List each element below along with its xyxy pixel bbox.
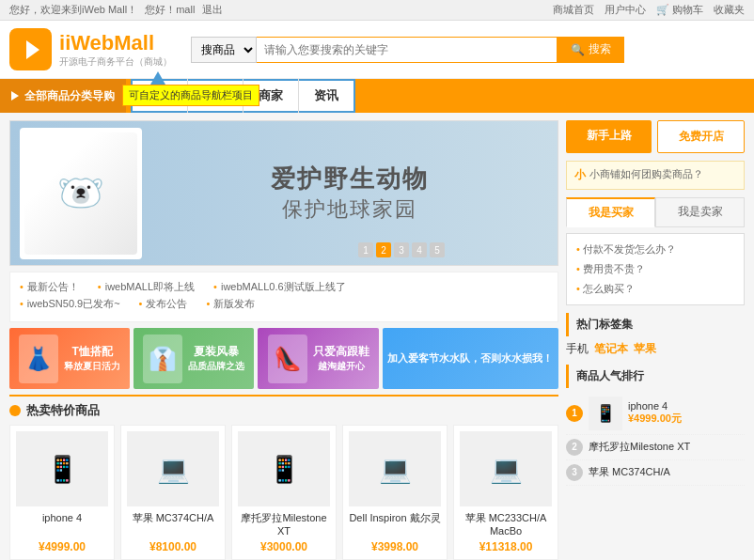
sidebar-buttons: 新手上路 免费开店 [566,120,745,153]
top-bar-left: 您好，欢迎来到iWeb Mall！ 您好！mall 退出 [9,3,223,17]
buyer-tab[interactable]: 我是买家 [566,197,655,227]
promo-2-sub: 品质品牌之选 [188,360,244,373]
favorites-link[interactable]: 收藏夹 [714,4,745,15]
product-price-2: ¥3000.00 [238,540,330,553]
product-price-0: ¥4999.00 [16,540,108,553]
product-img-0: 📱 [16,431,108,506]
annotation-label: 可自定义的商品导航栏项目 [122,85,259,106]
announce-4: iwebSN50.9已发布~ [20,297,120,311]
promo-3-title: 只爱高跟鞋 [313,344,369,360]
buyer-seller-tabs: 我是买家 我是卖家 [566,197,745,227]
nav-all-categories[interactable]: 全部商品分类导购 [0,79,126,113]
banner-pagination: 1 2 3 4 5 [358,242,445,257]
tag-phone[interactable]: 手机 [566,341,589,357]
product-name-0: iphone 4 [16,511,108,537]
promo-4-text: 加入爱客节水水队，否则水水损我！ [387,351,553,366]
promo-1[interactable]: 👗 T恤搭配 释放夏日活力 [9,328,130,389]
page-dot-2[interactable]: 2 [376,242,391,257]
search-btn-label: 搜索 [589,41,611,57]
product-name-3: Dell Inspiron 戴尔灵 [349,511,441,537]
tip-text: 小商铺如何团购卖商品？ [589,167,703,181]
tip-icon: 小 [574,167,586,183]
nav-link-news[interactable]: 资讯 [299,79,353,113]
pop-name-3: 苹果 MC374CH/A [589,465,745,479]
search-button[interactable]: 🔍 搜索 [558,37,624,63]
annotation-arrow-box: 可自定义的商品导航栏项目 [122,71,259,106]
product-name-1: 苹果 MC374CH/A [127,511,219,537]
header: iiWebMall 开源电子商务平台（商城） 搜商品 🔍 搜索 [0,21,754,79]
cart-label: 购物车 [672,4,703,15]
product-item-4[interactable]: 💻 苹果 MC233CH/A MacBo ¥11318.00 [453,425,558,560]
pop-item-1[interactable]: 1 📱 iphone 4 ¥4999.00元 [566,393,745,435]
announce-row-1: 最新公告！ iwebMALL即将上线 iwebMALL0.6测试版上线了 [20,280,548,294]
sidebar-tip: 小 小商铺如何团购卖商品？ [566,161,745,190]
main-content: 🐻‍❄️ 爱护野生动物 保护地球家园 1 2 3 4 5 最新公告！ iwebM… [0,113,754,560]
promo-3[interactable]: 👠 只爱高跟鞋 越淘越开心 [258,328,378,389]
banner-text: 爱护野生动物 保护地球家园 [142,152,558,234]
search-icon: 🔍 [571,43,585,56]
product-item-0[interactable]: 📱 iphone 4 ¥4999.00 [9,425,115,560]
buyer-link-2[interactable]: 怎么购买？ [576,279,734,299]
pop-info-3: 苹果 MC374CH/A [589,465,745,479]
product-price-4: ¥11318.00 [460,540,552,553]
pop-info-1: iphone 4 ¥4999.00元 [628,400,745,426]
buyer-link-0[interactable]: 付款不发货怎么办？ [576,240,734,259]
tag-laptop[interactable]: 笔记本 [594,341,628,357]
announce-row-2: iwebSN50.9已发布~ 发布公告 新版发布 [20,297,548,311]
cart-icon: 🛒 [656,4,669,15]
logo-text: iiWebMall 开源电子商务平台（商城） [59,31,172,69]
promo-3-sub: 越淘越开心 [313,360,369,373]
tag-apple[interactable]: 苹果 [634,341,656,357]
pop-item-2[interactable]: 2 摩托罗拉Milestone XT [566,435,745,460]
banner-bear-image: 🐻‍❄️ [20,128,142,259]
page-dot-1[interactable]: 1 [358,242,373,257]
buyer-links: 付款不发货怎么办？ 费用贵不贵？ 怎么购买？ [566,233,745,305]
logo-play-icon [26,40,39,59]
product-price-1: ¥8100.00 [127,540,219,553]
top-bar-right: 商城首页 用户中心 🛒 购物车 收藏夹 [545,3,745,17]
page-dot-3[interactable]: 3 [394,242,409,257]
pop-item-3[interactable]: 3 苹果 MC374CH/A [566,460,745,486]
promo-2[interactable]: 👔 夏装风暴 品质品牌之选 [134,328,254,389]
banner: 🐻‍❄️ 爱护野生动物 保护地球家园 1 2 3 4 5 [9,120,558,266]
pop-rank-3: 3 [566,464,583,481]
product-name-4: 苹果 MC233CH/A MacBo [460,511,552,537]
promo-strip: 👗 T恤搭配 释放夏日活力 👔 夏装风暴 品质品牌之选 [9,328,558,389]
announce-3: iwebMALL0.6测试版上线了 [213,280,346,294]
newbie-button[interactable]: 新手上路 [566,120,652,153]
product-item-3[interactable]: 💻 Dell Inspiron 戴尔灵 ¥3998.00 [342,425,448,560]
page-dot-5[interactable]: 5 [430,242,445,257]
pop-img-1: 📱 [589,397,622,430]
hot-tags-title: 热门标签集 [566,313,745,336]
product-img-4: 💻 [460,431,552,506]
main-left: 🐻‍❄️ 爱护野生动物 保护地球家园 1 2 3 4 5 最新公告！ iwebM… [9,120,558,560]
product-img-1: 💻 [127,431,219,506]
product-name-2: 摩托罗拉Milestone XT [238,511,330,537]
hot-products-section-title: 热卖特价商品 [9,395,558,425]
nav-bar: 全部商品分类导购 团购 商品 商家 资讯 可自定义的商品导航栏项目 [0,79,754,113]
cart-link[interactable]: 🛒 购物车 [656,4,706,15]
announce-5: 发布公告 [139,297,188,311]
announcements: 最新公告！ iwebMALL即将上线 iwebMALL0.6测试版上线了 iwe… [9,272,558,322]
store-home-link[interactable]: 商城首页 [553,4,594,15]
products-grid: 📱 iphone 4 ¥4999.00 💻 苹果 MC374CH/A ¥8100… [9,425,558,560]
product-item-2[interactable]: 📱 摩托罗拉Milestone XT ¥3000.00 [231,425,337,560]
announce-6: 新版发布 [206,297,255,311]
page-dot-4[interactable]: 4 [412,242,427,257]
pop-name-2: 摩托罗拉Milestone XT [589,440,745,454]
user-center-link[interactable]: 用户中心 [605,4,646,15]
seller-tab[interactable]: 我是卖家 [655,197,745,227]
logout-link[interactable]: 退出 [202,4,223,15]
section-dot-icon [9,405,21,416]
banner-title1: 爱护野生动物 [151,162,548,195]
sidebar: 新手上路 免费开店 小 小商铺如何团购卖商品？ 我是买家 我是卖家 付款不发货怎… [566,120,745,560]
promo-4[interactable]: 加入爱客节水水队，否则水水损我！ [383,328,558,389]
buyer-link-1[interactable]: 费用贵不贵？ [576,259,734,279]
search-category-select[interactable]: 搜商品 [191,37,257,63]
open-store-button[interactable]: 免费开店 [657,120,745,153]
search-input[interactable] [257,37,558,63]
username-text: 您好！mall [145,4,195,15]
announce-2: iwebMALL即将上线 [98,280,195,294]
product-item-1[interactable]: 💻 苹果 MC374CH/A ¥8100.00 [120,425,226,560]
hot-products-label: 热卖特价商品 [26,402,100,419]
